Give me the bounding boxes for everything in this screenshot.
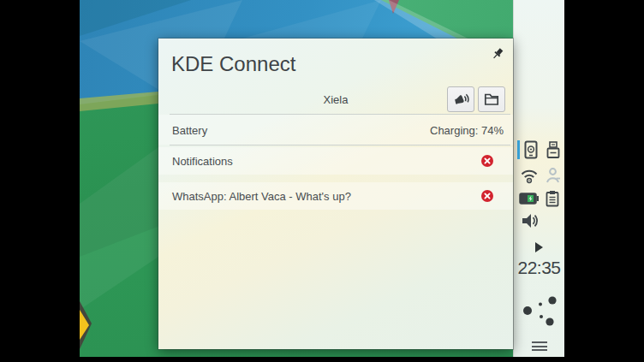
notification-text: WhatsApp: Albert Vaca - What's up? [172, 190, 351, 203]
battery-label: Battery [172, 123, 207, 136]
removable-device-icon[interactable] [546, 141, 561, 158]
desktop: 22:35 KDE Connect [0, 0, 644, 362]
notification-row: Notifications [158, 147, 513, 175]
ring-device-button[interactable] [447, 86, 474, 112]
kdeconnect-dots-icon[interactable] [521, 294, 560, 328]
clipboard-icon[interactable] [546, 190, 559, 207]
notification-row: WhatsApp: Albert Vaca - What's up? [158, 182, 513, 210]
battery-status: Charging: 74% [430, 123, 504, 136]
active-tray-indicator [517, 140, 520, 159]
volume-icon[interactable] [521, 212, 540, 229]
panel-toolbox-hamburger-icon[interactable] [532, 341, 547, 353]
digital-clock[interactable]: 22:35 [514, 258, 564, 278]
dismiss-notification-button[interactable] [481, 190, 493, 202]
wifi-network-icon[interactable] [520, 167, 539, 184]
pin-icon[interactable] [491, 47, 504, 61]
kdeconnect-phone-icon[interactable] [522, 140, 540, 159]
browse-device-button[interactable] [478, 86, 505, 112]
notification-text: Notifications [172, 155, 233, 168]
separator [170, 145, 510, 145]
popup-title: KDE Connect [171, 52, 295, 76]
battery-row: Battery Charging: 74% [158, 115, 513, 145]
dismiss-notification-button[interactable] [481, 155, 493, 167]
battery-charging-icon[interactable] [519, 193, 540, 205]
kdeconnect-popup: KDE Connect Xiela [158, 39, 513, 349]
plasma-panel: 22:35 [513, 0, 564, 357]
user-switch-icon[interactable] [546, 167, 561, 184]
tray-expander-arrow-icon[interactable] [535, 242, 543, 252]
device-row: Xiela [158, 86, 513, 114]
